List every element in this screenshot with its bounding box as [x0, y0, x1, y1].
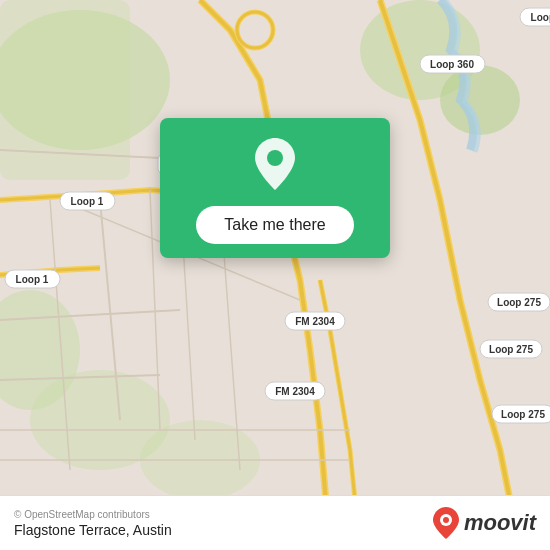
bottom-bar: © OpenStreetMap contributors Flagstone T… [0, 495, 550, 550]
map-background: Loop 1 Loop 360 Loop 1 Loop 1 Loop 275 L… [0, 0, 550, 550]
location-card: Take me there [160, 118, 390, 258]
moovit-pin-icon [432, 506, 460, 540]
location-pin-icon [251, 136, 299, 192]
bottom-left: © OpenStreetMap contributors Flagstone T… [14, 509, 172, 538]
svg-point-43 [443, 517, 449, 523]
svg-text:Loop 360: Loop 360 [430, 59, 474, 70]
svg-text:Loop 1: Loop 1 [16, 274, 49, 285]
moovit-logo: moovit [432, 506, 536, 540]
svg-text:Loop 1: Loop 1 [531, 12, 550, 23]
svg-text:Loop 275: Loop 275 [489, 344, 533, 355]
location-name: Flagstone Terrace, Austin [14, 522, 172, 538]
copyright-text: © OpenStreetMap contributors [14, 509, 172, 520]
moovit-text: moovit [464, 510, 536, 536]
svg-point-41 [267, 150, 283, 166]
svg-text:Loop 1: Loop 1 [71, 196, 104, 207]
svg-text:Loop 275: Loop 275 [497, 297, 541, 308]
pin-icon-container [247, 136, 303, 192]
take-me-there-button[interactable]: Take me there [196, 206, 353, 244]
map-container: Loop 1 Loop 360 Loop 1 Loop 1 Loop 275 L… [0, 0, 550, 550]
svg-text:FM 2304: FM 2304 [275, 386, 315, 397]
svg-text:Loop 275: Loop 275 [501, 409, 545, 420]
svg-text:FM 2304: FM 2304 [295, 316, 335, 327]
